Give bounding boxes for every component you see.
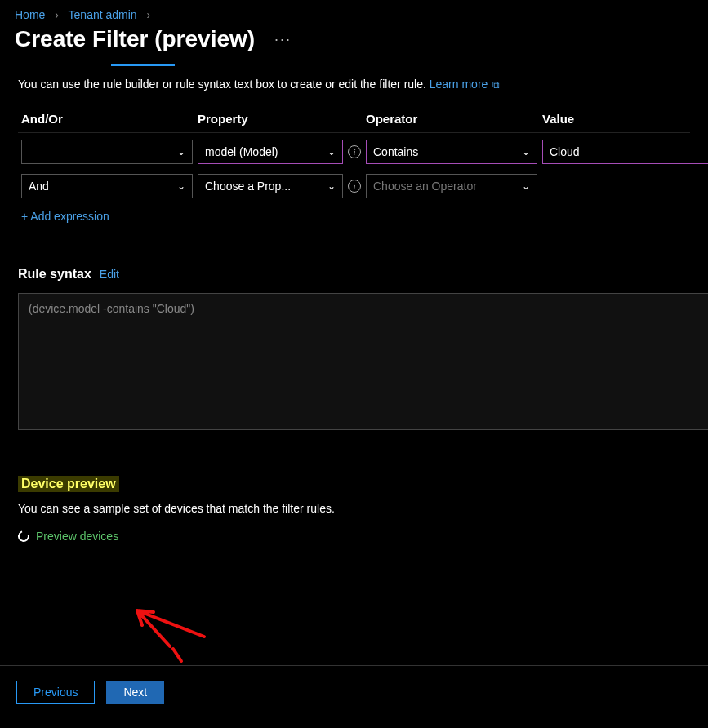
rule-row: And ⌄ Choose a Prop... ⌄ i Choose an Ope… bbox=[18, 167, 690, 202]
chevron-right-icon: › bbox=[140, 8, 158, 21]
chevron-down-icon: ⌄ bbox=[522, 180, 530, 192]
andor-select[interactable]: And ⌄ bbox=[21, 174, 193, 198]
previous-button[interactable]: Previous bbox=[16, 681, 95, 704]
device-preview-desc: You can see a sample set of devices that… bbox=[18, 502, 690, 515]
external-link-icon: ⧉ bbox=[492, 79, 500, 91]
learn-more-link[interactable]: Learn more bbox=[430, 78, 488, 91]
col-value: Value bbox=[542, 112, 708, 126]
more-menu-icon[interactable]: ··· bbox=[274, 31, 292, 48]
andor-select[interactable]: ⌄ bbox=[21, 140, 193, 164]
chevron-down-icon: ⌄ bbox=[327, 180, 336, 192]
col-andor: And/Or bbox=[21, 112, 193, 126]
rule-syntax-heading: Rule syntax bbox=[18, 267, 91, 282]
chevron-right-icon: › bbox=[48, 8, 65, 21]
chevron-down-icon: ⌄ bbox=[177, 146, 185, 158]
next-button[interactable]: Next bbox=[106, 681, 164, 704]
description-text: You can use the rule builder or rule syn… bbox=[18, 78, 690, 91]
page-title: Create Filter (preview) bbox=[15, 26, 255, 52]
breadcrumb-tenant-link[interactable]: Tenant admin bbox=[69, 8, 137, 21]
col-property: Property bbox=[198, 112, 361, 126]
active-tab-indicator bbox=[111, 64, 175, 66]
breadcrumb-home-link[interactable]: Home bbox=[15, 8, 45, 21]
property-select[interactable]: Choose a Prop... ⌄ bbox=[198, 174, 343, 198]
rule-syntax-textbox: (device.model -contains "Cloud") bbox=[18, 293, 708, 430]
operator-select[interactable]: Choose an Operator ⌄ bbox=[366, 174, 537, 198]
value-input[interactable] bbox=[542, 140, 708, 164]
chevron-down-icon: ⌄ bbox=[327, 146, 336, 158]
chevron-down-icon: ⌄ bbox=[177, 180, 185, 192]
info-icon[interactable]: i bbox=[348, 180, 361, 193]
preview-devices-link[interactable]: Preview devices bbox=[18, 530, 690, 543]
annotation-arrow bbox=[122, 604, 229, 669]
add-expression-link[interactable]: + Add expression bbox=[18, 202, 690, 223]
rule-row: ⌄ model (Model) ⌄ i Contains ⌄ bbox=[18, 133, 690, 167]
info-icon[interactable]: i bbox=[348, 145, 361, 158]
property-select[interactable]: model (Model) ⌄ bbox=[198, 140, 343, 164]
breadcrumb: Home › Tenant admin › bbox=[0, 0, 708, 26]
refresh-icon bbox=[16, 529, 32, 544]
chevron-down-icon: ⌄ bbox=[522, 146, 530, 158]
edit-syntax-link[interactable]: Edit bbox=[100, 268, 119, 281]
footer-bar: Previous Next bbox=[0, 665, 708, 728]
col-operator: Operator bbox=[366, 112, 537, 126]
operator-select[interactable]: Contains ⌄ bbox=[366, 140, 537, 164]
device-preview-heading: Device preview bbox=[18, 476, 119, 492]
